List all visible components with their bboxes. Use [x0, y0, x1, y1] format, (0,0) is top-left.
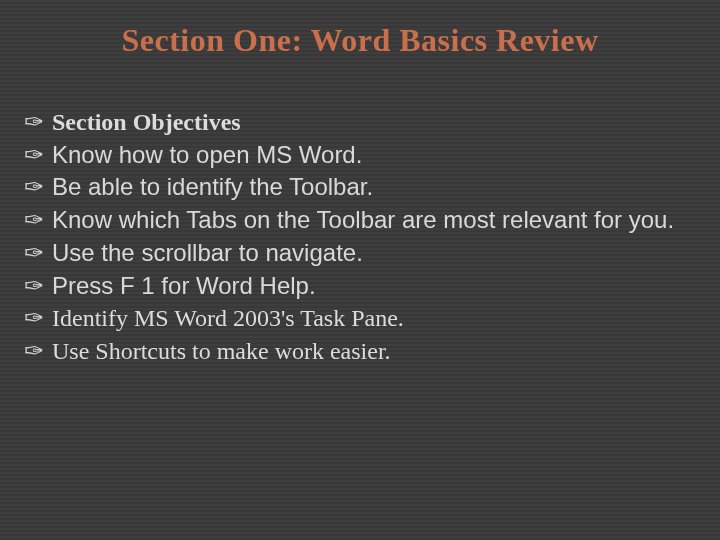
list-item-text: Press F 1 for Word Help. — [52, 272, 316, 299]
list-item: ✑ Press F 1 for Word Help. — [22, 271, 698, 302]
objectives-list: ✑ Section Objectives ✑ Know how to open … — [22, 107, 698, 367]
list-item: ✑ Know how to open MS Word. — [22, 140, 698, 171]
list-item-text: Identify MS Word 2003's Task Pane. — [52, 305, 404, 331]
list-item-text: Know which Tabs on the Toolbar are most … — [52, 206, 674, 233]
bullet-icon: ✑ — [24, 172, 44, 203]
list-item-text: Be able to identify the Toolbar. — [52, 173, 373, 200]
bullet-icon: ✑ — [24, 140, 44, 171]
bullet-icon: ✑ — [24, 271, 44, 302]
slide-content: Section One: Word Basics Review ✑ Sectio… — [0, 0, 720, 391]
list-item: ✑ Identify MS Word 2003's Task Pane. — [22, 303, 698, 334]
list-item: ✑ Use Shortcuts to make work easier. — [22, 336, 698, 367]
list-item-heading: ✑ Section Objectives — [22, 107, 698, 138]
bullet-icon: ✑ — [24, 238, 44, 269]
list-item: ✑ Be able to identify the Toolbar. — [22, 172, 698, 203]
objectives-heading-text: Section Objectives — [52, 109, 241, 135]
list-item: ✑ Use the scrollbar to navigate. — [22, 238, 698, 269]
list-item-text: Use the scrollbar to navigate. — [52, 239, 363, 266]
bullet-icon: ✑ — [24, 107, 44, 138]
bullet-icon: ✑ — [24, 336, 44, 367]
list-item-text: Use Shortcuts to make work easier. — [52, 338, 391, 364]
bullet-icon: ✑ — [24, 205, 44, 236]
list-item: ✑ Know which Tabs on the Toolbar are mos… — [22, 205, 698, 236]
list-item-text: Know how to open MS Word. — [52, 141, 362, 168]
bullet-icon: ✑ — [24, 303, 44, 334]
slide-title: Section One: Word Basics Review — [22, 22, 698, 59]
